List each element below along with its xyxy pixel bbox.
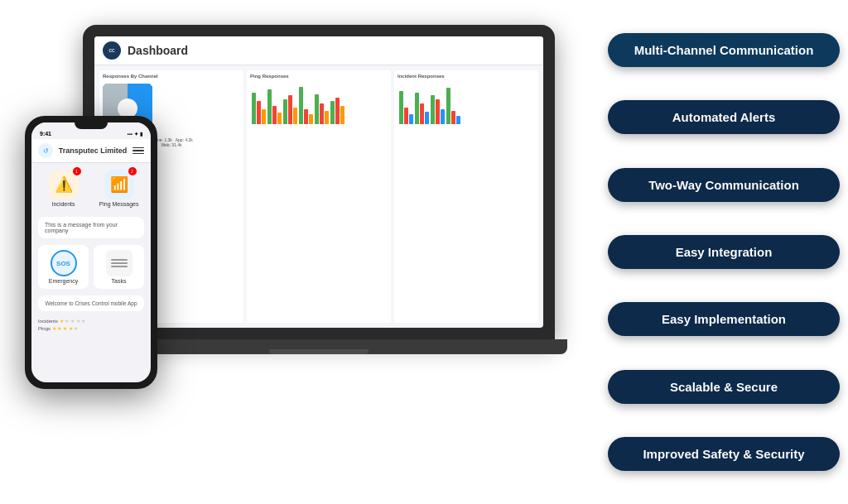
- bar: [441, 109, 445, 124]
- bar: [456, 116, 460, 124]
- bar-group-6: [330, 98, 344, 124]
- status-icons: ▪▪▪ ✦ ▮: [128, 131, 142, 137]
- star-4: ★: [76, 319, 80, 324]
- signal-icon: ▪▪▪: [128, 132, 132, 137]
- battery-icon: ▮: [140, 131, 142, 137]
- bar: [325, 111, 329, 124]
- sos-tasks-grid: SOS Emergency Tasks: [31, 242, 151, 292]
- bar: [415, 93, 419, 124]
- bar: [425, 112, 429, 124]
- ping-messages-label: Ping Messages: [99, 201, 139, 207]
- responses-by-channel-title: Responses By Channel: [103, 74, 240, 79]
- feature-improved-safety-label: Improved Safety & Security: [643, 447, 804, 461]
- features-list: Multi-Channel Communication Automated Al…: [550, 0, 848, 504]
- star-1: ★: [52, 326, 56, 331]
- phone-footer: Welcome to Crises Control mobile App: [38, 295, 144, 311]
- bar: [299, 87, 303, 124]
- bar-group-4: [299, 87, 313, 124]
- bar: [262, 109, 266, 124]
- tasks-label: Tasks: [112, 278, 127, 284]
- star-1: ★: [60, 319, 64, 324]
- phone-ratings: Incidents ★ ★ ★ ★ ★ Pings ★ ★ ★ ★ ★: [31, 314, 151, 334]
- dashboard: CC Dashboard Responses By Channel: [94, 36, 543, 328]
- star-3: ★: [63, 326, 67, 331]
- incident-responses-card: Incident Responses: [394, 70, 538, 323]
- inc-bar-group-4: [446, 88, 460, 124]
- feature-scalable: Scalable & Secure: [608, 370, 840, 404]
- wifi-icon: ✦: [134, 131, 138, 137]
- feature-easy-integration-label: Easy Integration: [676, 245, 773, 259]
- feature-two-way: Two-Way Communication: [608, 168, 840, 202]
- message-text: This is a message from your company: [45, 222, 118, 233]
- charts-row: Responses By Channel Phone: 1.3k App: 4.…: [94, 65, 543, 328]
- tasks-button[interactable]: Tasks: [94, 245, 144, 289]
- feature-easy-integration: Easy Integration: [608, 235, 840, 269]
- ping-badge: 2: [128, 167, 137, 175]
- star-2: ★: [57, 326, 61, 331]
- phone: 9:41 ▪▪▪ ✦ ▮ ↺ Transputec Limited: [25, 116, 157, 389]
- phone-nav: ↺ Transputec Limited: [31, 139, 151, 163]
- star-5: ★: [81, 319, 85, 324]
- bar: [335, 98, 340, 124]
- task-line-1: [111, 259, 128, 261]
- dashboard-logo: CC: [103, 41, 121, 60]
- feature-two-way-label: Two-Way Communication: [648, 178, 799, 192]
- wifi-ping-icon: 📶: [110, 175, 128, 194]
- bar: [451, 111, 455, 124]
- incidents-rating-label: Incidents: [38, 319, 60, 324]
- feature-easy-impl-label: Easy Implementation: [662, 312, 786, 326]
- footer-text: Welcome to Crises Control mobile App: [45, 300, 137, 306]
- bar: [267, 89, 272, 124]
- bar: [252, 93, 256, 124]
- bar: [272, 106, 277, 124]
- bar-group-2: [267, 89, 282, 124]
- bar: [420, 103, 424, 124]
- bar: [293, 108, 297, 124]
- feature-automated-alerts: Automated Alerts: [608, 100, 840, 134]
- incidents-icon: ⚠️ 1: [49, 170, 79, 199]
- feature-multi-channel: Multi-Channel Communication: [608, 33, 840, 67]
- menu-icon[interactable]: [132, 146, 144, 155]
- bar: [257, 101, 261, 124]
- emergency-label: Emergency: [49, 278, 78, 284]
- menu-line-2: [132, 150, 144, 151]
- bar: [309, 114, 313, 124]
- company-name: Transputec Limited: [59, 146, 128, 155]
- bar: [436, 99, 440, 124]
- incident-responses-title: Incident Responses: [398, 74, 535, 79]
- emergency-button[interactable]: SOS Emergency: [38, 245, 89, 289]
- pings-rating: Pings ★ ★ ★ ★ ★: [38, 325, 144, 331]
- incidents-label: Incidents: [51, 201, 75, 207]
- bar: [431, 95, 435, 124]
- back-icon[interactable]: ↺: [38, 143, 53, 158]
- bar: [304, 109, 308, 124]
- incidents-icon-item[interactable]: ⚠️ 1 Incidents: [38, 170, 89, 207]
- feature-easy-impl: Easy Implementation: [608, 302, 840, 336]
- bar: [320, 103, 324, 124]
- phone-body: 9:41 ▪▪▪ ✦ ▮ ↺ Transputec Limited: [25, 116, 157, 389]
- scene: CC Dashboard Responses By Channel: [0, 0, 848, 504]
- phone-screen: 9:41 ▪▪▪ ✦ ▮ ↺ Transputec Limited: [31, 122, 151, 382]
- bar-group-1: [252, 93, 266, 124]
- incidents-rating: Incidents ★ ★ ★ ★ ★: [38, 318, 144, 324]
- feature-scalable-label: Scalable & Secure: [670, 380, 778, 394]
- incidents-badge: 1: [73, 167, 81, 175]
- ping-responses-title: Ping Responses: [250, 74, 388, 79]
- bar: [288, 95, 292, 124]
- app-icons-grid: ⚠️ 1 Incidents 📶 2 Ping Messages: [31, 163, 151, 214]
- bar: [340, 106, 344, 124]
- menu-line-1: [132, 147, 144, 149]
- bar: [446, 88, 450, 124]
- bar: [409, 114, 413, 124]
- task-line-2: [111, 262, 128, 264]
- star-4: ★: [69, 326, 73, 331]
- ping-messages-icon-item[interactable]: 📶 2 Ping Messages: [94, 170, 144, 207]
- inc-bar-group-1: [399, 91, 413, 124]
- tasks-icon: [106, 250, 132, 276]
- menu-line-3: [132, 153, 144, 155]
- phone-notch: [75, 122, 108, 129]
- bar: [283, 99, 287, 124]
- ping-bar-chart: [250, 80, 388, 126]
- bar: [330, 101, 335, 124]
- inc-bar-group-3: [431, 95, 445, 124]
